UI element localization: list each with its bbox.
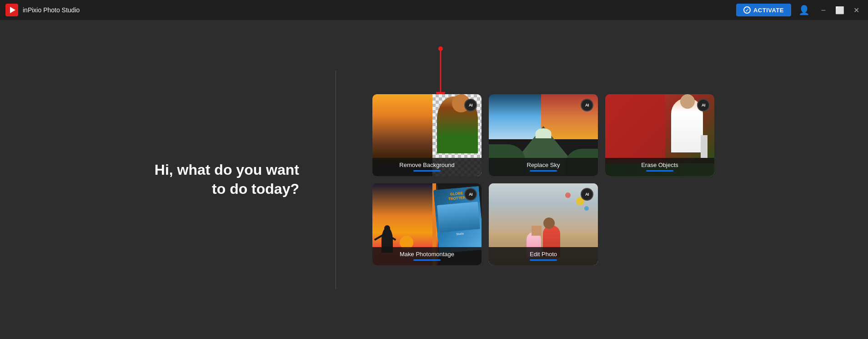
card-label-text-photomontage: Make Photomontage (377, 251, 477, 258)
close-button[interactable]: ✕ (850, 4, 863, 16)
magazine-mountain-img (437, 202, 480, 233)
card-label-bar-replace-sky (530, 170, 557, 172)
bubble-3 (584, 206, 589, 211)
ai-badge-edit-photo: AI (581, 188, 593, 201)
greeting-text: Hi, what do you want to do today? (154, 161, 299, 198)
card-label-edit-photo: Edit Photo (489, 247, 598, 265)
card-label-text-remove-bg: Remove Background (377, 162, 477, 168)
titlebar-left: inPixio Photo Studio (5, 4, 80, 16)
magazine-sub: Studio (456, 232, 464, 236)
card-label-bar-remove-bg (413, 170, 441, 172)
cards-row-1: AI Remove Background AI Repl (372, 94, 714, 176)
card-photomontage[interactable]: GLOBETROTTER Studio AI Make Photomontage (372, 183, 482, 265)
card-label-replace-sky: Replace Sky (489, 158, 598, 176)
activate-label: ACTIVATE (753, 7, 784, 14)
card-label-text-replace-sky: Replace Sky (493, 162, 593, 168)
vertical-divider (336, 71, 336, 289)
activate-button[interactable]: ✓ ACTIVATE (736, 4, 791, 16)
silhouette-head (384, 225, 390, 231)
window-controls: – ⬜ ✕ (817, 4, 863, 16)
forest-bg (372, 94, 438, 164)
red-arrow-icon (413, 44, 468, 99)
card-label-bar-erase-objects (646, 170, 673, 172)
man-head-edit (543, 218, 555, 229)
ai-badge-photomontage: AI (464, 188, 477, 201)
card-erase-objects[interactable]: AI Erase Objects (605, 94, 714, 176)
red-arrow-container (413, 44, 468, 101)
card-label-remove-bg: Remove Background (372, 158, 482, 176)
titlebar: inPixio Photo Studio ✓ ACTIVATE 👤 – ⬜ ✕ (0, 0, 868, 20)
greeting-section: Hi, what do you want to do today? (154, 161, 299, 198)
card-label-erase-objects: Erase Objects (605, 158, 714, 176)
magazine-title: GLOBETROTTER (448, 191, 466, 201)
app-logo (5, 4, 18, 16)
cards-area: AI Remove Background AI Repl (372, 94, 714, 265)
card-label-text-erase-objects: Erase Objects (610, 162, 710, 168)
user-icon[interactable]: 👤 (798, 5, 810, 15)
ai-badge-remove-bg: AI (464, 99, 477, 111)
card-label-bar-photomontage (413, 259, 441, 261)
card-replace-sky[interactable]: AI Replace Sky (489, 94, 598, 176)
card-label-text-edit-photo: Edit Photo (493, 251, 593, 258)
check-circle-icon: ✓ (743, 6, 751, 14)
woman-arm-right (701, 135, 707, 158)
mountain-snow (536, 128, 552, 138)
main-content: Hi, what do you want to do today? (0, 20, 868, 339)
svg-point-2 (438, 46, 443, 51)
card-label-photomontage: Make Photomontage (372, 247, 482, 265)
card-remove-background[interactable]: AI Remove Background (372, 94, 482, 176)
bubble-2 (565, 192, 571, 198)
woman-head-edit (532, 226, 542, 236)
card-label-bar-edit-photo (530, 259, 557, 261)
card-edit-photo[interactable]: AI Edit Photo (489, 183, 598, 265)
cards-row-2: GLOBETROTTER Studio AI Make Photomontage (372, 183, 714, 265)
app-title: inPixio Photo Studio (23, 6, 80, 14)
woman-head (680, 94, 695, 109)
minimize-button[interactable]: – (817, 4, 830, 16)
maximize-button[interactable]: ⬜ (833, 4, 846, 16)
titlebar-right: ✓ ACTIVATE 👤 – ⬜ ✕ (736, 4, 863, 16)
ai-badge-erase-objects: AI (697, 99, 710, 111)
app-logo-icon (10, 7, 15, 13)
ai-badge-replace-sky: AI (581, 99, 593, 111)
